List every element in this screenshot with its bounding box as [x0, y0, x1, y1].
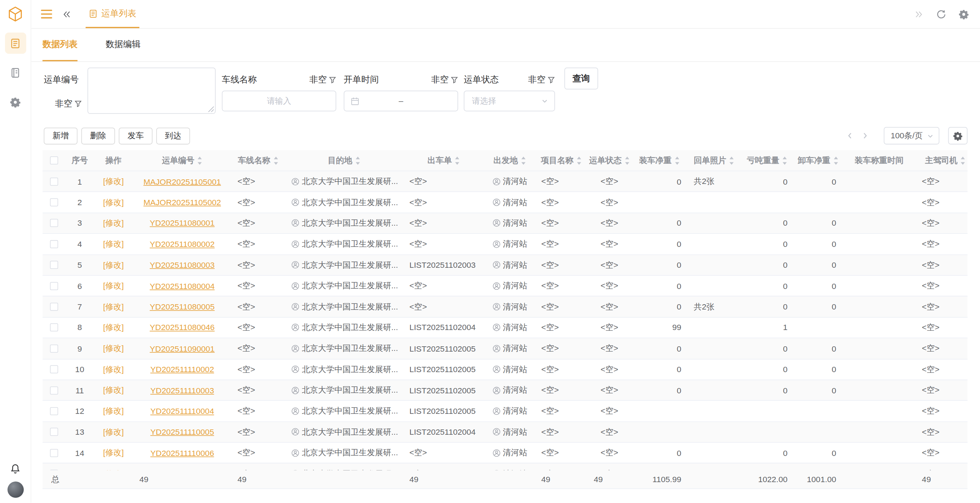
- cell-project: <空>: [535, 339, 587, 359]
- column-header-dispatch_no[interactable]: 出车单: [403, 150, 484, 171]
- row-checkbox[interactable]: [50, 303, 58, 311]
- line-name-input[interactable]: [223, 91, 336, 111]
- sort-icon[interactable]: [960, 156, 966, 165]
- prev-page-icon[interactable]: [843, 132, 858, 139]
- location-icon: [291, 219, 299, 227]
- column-header-destination[interactable]: 目的地: [285, 150, 403, 171]
- sort-icon[interactable]: [197, 156, 202, 165]
- row-checkbox[interactable]: [50, 198, 58, 207]
- row-checkbox[interactable]: [50, 240, 58, 248]
- select-all-checkbox[interactable]: [50, 156, 58, 164]
- waybill-link[interactable]: YD202511080046: [150, 323, 215, 332]
- row-checkbox[interactable]: [50, 177, 58, 186]
- next-page-icon[interactable]: [858, 132, 872, 139]
- column-header-project[interactable]: 项目名称: [535, 150, 587, 171]
- edit-link[interactable]: [修改]: [103, 197, 124, 208]
- tab-data-list[interactable]: 数据列表: [43, 29, 78, 61]
- waybill-link[interactable]: YD202511080005: [150, 302, 215, 311]
- search-button[interactable]: 查询: [564, 67, 598, 89]
- hamburger-menu-icon[interactable]: [41, 10, 52, 19]
- column-header-load_net[interactable]: 装车净重: [632, 150, 687, 171]
- order-time-range-input[interactable]: –: [344, 91, 458, 111]
- edit-link[interactable]: [修改]: [103, 238, 124, 250]
- tab-waybill-list[interactable]: 运单列表: [86, 0, 139, 28]
- edit-link[interactable]: [修改]: [103, 447, 124, 458]
- status-not-empty-filter[interactable]: 非空: [528, 74, 555, 86]
- edit-link[interactable]: [修改]: [103, 343, 124, 354]
- status-select[interactable]: 请选择: [464, 91, 555, 111]
- row-checkbox[interactable]: [50, 219, 58, 227]
- edit-link[interactable]: [修改]: [103, 385, 124, 396]
- column-header-line_name[interactable]: 车线名称: [231, 150, 285, 171]
- row-checkbox[interactable]: [50, 407, 58, 415]
- arrive-button[interactable]: 到达: [156, 127, 190, 144]
- sort-icon[interactable]: [624, 156, 630, 165]
- expand-tabs-right-icon[interactable]: [914, 10, 924, 18]
- row-checkbox[interactable]: [50, 366, 58, 374]
- row-checkbox[interactable]: [50, 261, 58, 269]
- waybill-no-not-empty-filter[interactable]: 非空: [55, 98, 82, 110]
- column-settings-button[interactable]: [948, 127, 967, 145]
- edit-link[interactable]: [修改]: [103, 364, 124, 375]
- column-header-status[interactable]: 运单状态: [587, 150, 632, 171]
- sidebar-item-waybill-list[interactable]: [5, 32, 26, 54]
- add-button[interactable]: 新增: [44, 127, 78, 144]
- tab-data-edit[interactable]: 数据编辑: [106, 29, 141, 61]
- sort-icon[interactable]: [729, 156, 734, 165]
- sort-icon[interactable]: [273, 156, 278, 165]
- edit-link[interactable]: [修改]: [103, 322, 124, 333]
- order-time-not-empty-filter[interactable]: 非空: [431, 74, 458, 86]
- waybill-link[interactable]: YD202511080002: [150, 240, 215, 249]
- refresh-icon[interactable]: [936, 9, 946, 19]
- settings-gear-icon[interactable]: [959, 9, 969, 19]
- waybill-no-input[interactable]: [88, 68, 215, 113]
- edit-link[interactable]: [修改]: [103, 176, 124, 187]
- line-name-not-empty-filter[interactable]: 非空: [309, 74, 336, 86]
- sort-icon[interactable]: [782, 156, 788, 165]
- waybill-link[interactable]: YD202511080001: [150, 219, 215, 228]
- edit-link[interactable]: [修改]: [103, 217, 124, 229]
- edit-link[interactable]: [修改]: [103, 259, 124, 271]
- waybill-link[interactable]: YD202511110003: [150, 386, 214, 395]
- sort-icon[interactable]: [576, 156, 582, 165]
- waybill-link[interactable]: YD202511110005: [150, 427, 214, 437]
- row-checkbox[interactable]: [50, 345, 58, 353]
- edit-link[interactable]: [修改]: [103, 406, 124, 417]
- sort-icon[interactable]: [355, 156, 360, 165]
- column-header-driver[interactable]: 主驾司机: [916, 150, 967, 171]
- waybill-link[interactable]: YD202511080004: [150, 281, 215, 291]
- depart-button[interactable]: 发车: [119, 127, 153, 144]
- delete-button[interactable]: 删除: [81, 127, 115, 144]
- waybill-link[interactable]: YD202511080003: [150, 260, 215, 270]
- sort-icon[interactable]: [520, 156, 526, 165]
- waybill-link[interactable]: YD202511090001: [150, 344, 215, 353]
- edit-link[interactable]: [修改]: [103, 301, 124, 312]
- waybill-link[interactable]: MAJOR20251105001: [143, 177, 221, 187]
- collapse-tabs-left-icon[interactable]: [62, 10, 72, 18]
- row-checkbox[interactable]: [50, 324, 58, 332]
- row-checkbox[interactable]: [50, 428, 58, 436]
- waybill-link[interactable]: MAJOR20251105002: [143, 198, 221, 207]
- sort-icon[interactable]: [454, 156, 460, 165]
- waybill-link[interactable]: YD202511110002: [150, 365, 214, 374]
- column-header-unload_net[interactable]: 卸车净重: [794, 150, 843, 171]
- row-checkbox[interactable]: [50, 282, 58, 290]
- waybill-link[interactable]: YD202511110004: [150, 406, 214, 416]
- column-header-waybill_no[interactable]: 运单编号: [133, 150, 232, 171]
- row-checkbox[interactable]: [50, 449, 58, 457]
- column-header-loss_weight[interactable]: 亏吨重量: [741, 150, 794, 171]
- column-header-origin[interactable]: 出发地: [484, 150, 535, 171]
- sidebar-item-log[interactable]: [5, 62, 26, 83]
- row-checkbox[interactable]: [50, 386, 58, 394]
- column-header-receipt_photos[interactable]: 回单照片: [687, 150, 741, 171]
- page-size-select[interactable]: 100条/页: [884, 127, 939, 145]
- user-avatar[interactable]: [7, 481, 23, 498]
- cell-waybill_no: [133, 464, 232, 471]
- edit-link[interactable]: [修改]: [103, 280, 124, 291]
- sidebar-item-settings[interactable]: [5, 91, 26, 112]
- waybill-link[interactable]: YD202511110006: [150, 448, 214, 458]
- notifications-bell-icon[interactable]: [10, 463, 21, 474]
- sort-icon[interactable]: [833, 156, 838, 165]
- sort-icon[interactable]: [674, 156, 680, 165]
- edit-link[interactable]: [修改]: [103, 426, 124, 438]
